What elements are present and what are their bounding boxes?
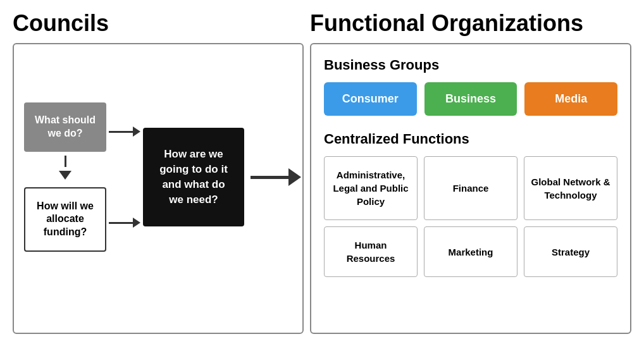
bottom-block: How will we allocate funding? bbox=[24, 187, 106, 252]
cf-marketing: Marketing bbox=[424, 226, 517, 277]
box-how: How are we going to do it and what do we… bbox=[143, 128, 244, 226]
cf-finance: Finance bbox=[424, 156, 517, 220]
cf-gnt: Global Network & Technology bbox=[524, 156, 617, 220]
arr-head-top bbox=[133, 127, 140, 137]
media-button[interactable]: Media bbox=[524, 82, 617, 116]
cf-hr: Human Resources bbox=[324, 226, 418, 277]
cf-admin: Administrative, Legal and Public Policy bbox=[324, 156, 418, 220]
councils-box: What should we do? How will we allocate … bbox=[13, 43, 304, 334]
consumer-button[interactable]: Consumer bbox=[324, 82, 417, 116]
cf-strategy: Strategy bbox=[524, 226, 617, 277]
centralized-grid: Administrative, Legal and Public Policy … bbox=[324, 156, 617, 277]
business-button[interactable]: Business bbox=[424, 82, 517, 116]
arrow-down-line bbox=[65, 156, 66, 167]
arr-line-top bbox=[109, 131, 133, 133]
center-area: How are we going to do it and what do we… bbox=[143, 128, 307, 226]
top-arrow bbox=[109, 127, 140, 137]
functional-orgs-title: Functional Organizations bbox=[310, 10, 631, 37]
arrow-down-head bbox=[59, 171, 71, 180]
box-funding: How will we allocate funding? bbox=[24, 187, 106, 252]
box-what: What should we do? bbox=[24, 102, 106, 152]
bottom-arrow bbox=[109, 218, 140, 228]
connectors bbox=[109, 108, 140, 247]
arr-head-bottom bbox=[133, 218, 140, 228]
func-org-box: Business Groups Consumer Business Media … bbox=[310, 43, 631, 334]
big-arr-head bbox=[288, 168, 301, 186]
left-side: What should we do? How will we allocate … bbox=[24, 57, 106, 297]
big-right-arrow bbox=[251, 168, 301, 186]
right-panel: Functional Organizations Business Groups… bbox=[310, 10, 631, 334]
flow-diagram: What should we do? How will we allocate … bbox=[24, 57, 292, 297]
big-arr-line bbox=[251, 176, 288, 179]
arr-line-bottom bbox=[109, 222, 133, 224]
councils-title: Councils bbox=[13, 10, 304, 37]
top-block: What should we do? bbox=[24, 102, 106, 187]
business-groups-row: Consumer Business Media bbox=[324, 82, 617, 116]
centralized-functions-label: Centralized Functions bbox=[324, 131, 617, 147]
left-panel: Councils What should we do? How will we … bbox=[13, 10, 304, 334]
business-groups-label: Business Groups bbox=[324, 57, 617, 73]
